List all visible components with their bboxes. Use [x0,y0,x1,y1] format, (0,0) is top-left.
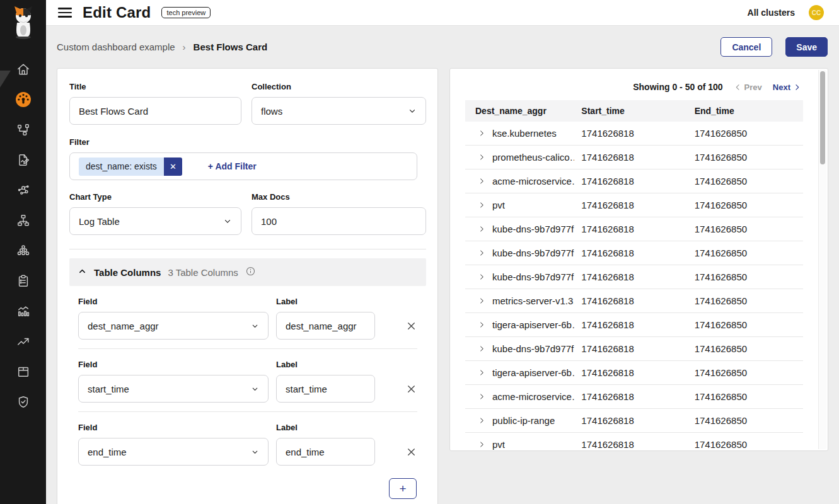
header-dest-name-aggr: Dest_name_aggr [465,106,581,116]
row-expand-icon[interactable] [478,297,485,304]
label-label: Label [276,297,375,306]
end-time-cell: 1741626850 [695,367,803,378]
home-icon[interactable] [0,54,46,84]
table-row: prometheus-calico…17416268181741626850 [465,146,803,169]
chevron-left-icon [734,83,742,91]
calico-cat-logo[interactable] [0,0,46,45]
header-end-time: End_time [695,106,803,116]
toolbar: Custom dashboard example › Best Flows Ca… [46,26,839,68]
label-input[interactable] [276,375,375,403]
table-row: tigera-apiserver-6b…17416268181741626850 [465,361,803,385]
prev-page-button[interactable]: Prev [734,83,762,92]
column-row: Field start_time Label [78,360,417,403]
save-button[interactable]: Save [785,37,828,57]
dest-name-cell: kube-dns-9b7d977f… [492,272,574,282]
dest-name-cell: tigera-apiserver-6b… [492,367,574,378]
chevron-down-icon [223,217,232,226]
max-docs-input[interactable] [252,207,426,235]
collection-select[interactable]: flows [252,97,426,125]
table-columns-fields: Field dest_name_aggr Label Field [78,297,417,499]
next-page-button[interactable]: Next [773,83,801,92]
start-time-cell: 1741626818 [581,295,694,306]
row-expand-icon[interactable] [478,417,485,424]
chevron-down-icon [408,106,417,115]
title-input[interactable] [69,97,241,125]
menu-toggle-icon[interactable] [58,8,72,18]
row-expand-icon[interactable] [478,130,485,137]
label-input[interactable] [276,438,375,466]
field-select[interactable]: start_time [78,375,269,403]
end-time-cell: 1741626850 [695,319,803,330]
molecule-network-icon[interactable] [0,175,46,205]
remove-column-icon[interactable] [405,383,417,395]
filter-chip-remove-icon[interactable]: ✕ [164,158,182,176]
field-label: Field [78,423,269,432]
end-time-cell: 1741626850 [695,415,803,426]
table-row: pvt17416268181741626850 [465,433,803,451]
document-edit-icon[interactable] [0,145,46,175]
field-select[interactable]: end_time [78,438,269,466]
row-expand-icon[interactable] [478,273,485,280]
breadcrumb-parent[interactable]: Custom dashboard example [57,42,175,52]
end-time-cell: 1741626850 [695,176,803,186]
row-expand-icon[interactable] [478,202,485,209]
end-time-cell: 1741626850 [695,343,803,354]
table-row: acme-microservice…17416268181741626850 [465,385,803,409]
sidebar-nav [0,54,46,417]
trend-arrow-icon[interactable] [0,326,46,357]
dest-name-cell: kube-dns-9b7d977f… [492,343,574,354]
add-filter-button[interactable]: + Add Filter [208,161,257,171]
bar-chart-icon[interactable] [0,296,46,326]
table-columns-heading: Table Columns [94,267,161,278]
row-expand-icon[interactable] [478,369,485,376]
gauge-dashboard-icon[interactable] [0,84,46,115]
cluster-selector[interactable]: All clusters [748,8,795,18]
row-expand-icon[interactable] [478,226,485,232]
remove-column-icon[interactable] [405,320,417,332]
avatar[interactable]: CC [809,5,824,20]
dest-name-cell: pvt [492,439,505,450]
row-expand-icon[interactable] [478,441,485,448]
max-docs-label: Max Docs [252,192,426,202]
info-icon[interactable] [245,266,256,279]
row-expand-icon[interactable] [478,154,485,161]
shield-check-icon[interactable] [0,387,46,417]
remove-column-icon[interactable] [405,446,417,458]
table-row: kube-dns-9b7d977f…17416268181741626850 [465,337,803,361]
chevron-down-icon [251,322,259,330]
table-row: kube-dns-9b7d977f…17416268181741626850 [465,241,803,265]
header-start-time: Start_time [581,106,694,116]
preview-table: Dest_name_aggr Start_time End_time kse.k… [465,100,803,451]
clipboard-list-icon[interactable] [0,266,46,296]
table-columns-section-header[interactable]: Table Columns 3 Table Columns [69,258,426,286]
breadcrumb-current: Best Flows Card [194,42,268,52]
row-expand-icon[interactable] [478,345,485,352]
chevron-right-icon [793,83,801,91]
vertical-scrollbar[interactable] [818,70,826,449]
dest-name-cell: acme-microservice… [492,391,574,402]
end-time-cell: 1741626850 [695,200,803,210]
sitemap-icon[interactable] [0,205,46,236]
row-expand-icon[interactable] [478,393,485,400]
add-column-button[interactable]: + [389,478,417,499]
start-time-cell: 1741626818 [581,152,694,163]
chart-type-select[interactable]: Log Table [69,207,241,235]
scrollbar-thumb[interactable] [820,71,825,164]
table-row: metrics-server-v1.3…17416268181741626850 [465,289,803,313]
field-select[interactable]: dest_name_aggr [78,312,269,340]
dest-name-cell: public-ip-range [492,415,555,426]
row-expand-icon[interactable] [478,178,485,185]
circle-cluster-icon[interactable] [0,236,46,266]
connected-nodes-icon[interactable] [0,115,46,145]
start-time-cell: 1741626818 [581,272,694,282]
cancel-button[interactable]: Cancel [720,37,772,57]
label-input[interactable] [276,312,375,340]
table-row: public-ip-range17416268181741626850 [465,409,803,433]
end-time-cell: 1741626850 [695,248,803,258]
table-row: pvt17416268181741626850 [465,193,803,217]
top-bar: Edit Card tech preview All clusters CC [46,0,839,26]
row-expand-icon[interactable] [478,321,485,328]
package-box-icon[interactable] [0,357,46,387]
row-expand-icon[interactable] [478,249,485,256]
chevron-down-icon [251,448,259,456]
